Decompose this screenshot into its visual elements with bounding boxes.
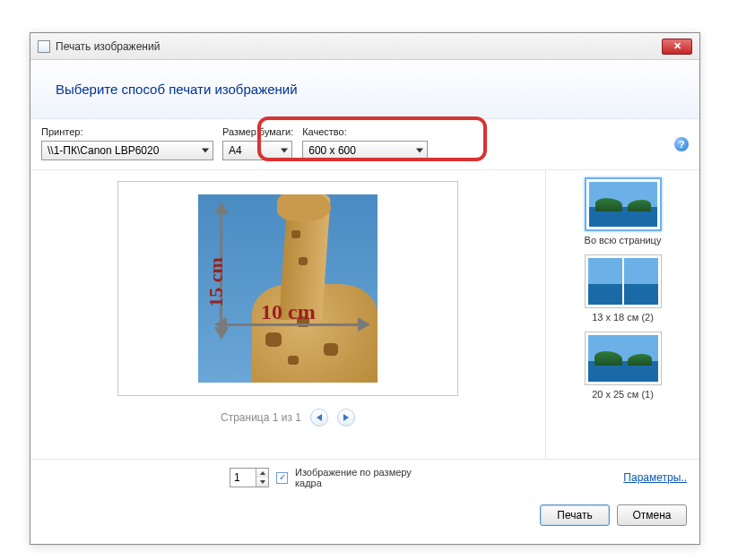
header-prompt: Выберите способ печати изображений (56, 82, 674, 97)
printer-group: Принтер: \\1-ПК\Canon LBP6020 (41, 126, 213, 160)
dimension-horizontal: 10 cm (216, 311, 369, 338)
page-navigation: Страница 1 из 1 (221, 409, 355, 426)
app-icon (38, 40, 50, 53)
layout-label: Во всю страницу (553, 235, 692, 246)
next-page-button[interactable] (337, 409, 355, 426)
paper-group: Размер бумаги: A4 (222, 126, 293, 160)
header: Выберите способ печати изображений (30, 60, 699, 119)
layout-thumb (585, 332, 662, 385)
copies-down[interactable] (256, 478, 268, 487)
body: 15 cm 10 cm Страница 1 из 1 Во всю стран… (30, 170, 699, 459)
layout-item-13x18[interactable]: 13 x 18 см (2) (553, 254, 692, 323)
layout-label: 20 x 25 см (1) (553, 389, 692, 400)
layout-thumb (585, 177, 662, 231)
printer-label: Принтер: (41, 126, 213, 137)
quality-combo[interactable]: 600 x 600 (302, 141, 428, 160)
print-button[interactable]: Печать (540, 504, 610, 526)
quality-label: Качество: (302, 126, 428, 137)
dimension-vertical-text: 15 cm (204, 257, 228, 307)
parameters-link[interactable]: Параметры.. (623, 471, 687, 484)
window-title: Печать изображений (56, 40, 160, 53)
printer-value: \\1-ПК\Canon LBP6020 (48, 144, 159, 157)
layout-item-full[interactable]: Во всю страницу (553, 177, 692, 246)
preview-pane: 15 cm 10 cm Страница 1 из 1 (30, 170, 545, 459)
close-button[interactable]: ✕ (662, 39, 692, 55)
quality-value: 600 x 600 (308, 144, 356, 157)
help-icon: ? (679, 139, 685, 150)
preview-frame: 15 cm 10 cm (117, 181, 458, 396)
preview-image: 15 cm 10 cm (198, 194, 378, 383)
layout-thumb (585, 254, 662, 308)
layout-list[interactable]: Во всю страницу 13 x 18 см (2) 20 x 25 с… (545, 170, 699, 459)
paper-label: Размер бумаги: (222, 126, 293, 137)
close-icon: ✕ (673, 40, 681, 52)
giraffe-head (277, 194, 331, 221)
cancel-button[interactable]: Отмена (617, 504, 687, 526)
fit-checkbox[interactable] (276, 472, 288, 484)
titlebar: Печать изображений ✕ (30, 33, 699, 60)
triangle-right-icon (343, 414, 349, 421)
copies-stepper[interactable] (230, 468, 269, 487)
layout-label: 13 x 18 см (2) (553, 312, 692, 323)
printer-combo[interactable]: \\1-ПК\Canon LBP6020 (41, 141, 213, 160)
copies-up[interactable] (256, 469, 268, 478)
triangle-left-icon (317, 414, 322, 421)
chevron-down-icon (416, 149, 423, 153)
fit-label: Изображение по размеру кадра (295, 467, 412, 488)
print-dialog: Печать изображений ✕ Выберите способ печ… (30, 32, 700, 545)
copies-input[interactable] (230, 469, 256, 487)
dimension-horizontal-text: 10 cm (261, 300, 316, 324)
chevron-down-icon (281, 149, 288, 153)
footer-row: Изображение по размеру кадра Параметры.. (30, 459, 699, 495)
chevron-down-icon (202, 149, 209, 153)
help-button[interactable]: ? (674, 137, 689, 151)
paper-size-combo[interactable]: A4 (222, 141, 292, 160)
layout-item-20x25[interactable]: 20 x 25 см (1) (553, 332, 692, 400)
paper-value: A4 (229, 144, 242, 157)
quality-group: Качество: 600 x 600 (302, 126, 428, 160)
options-row: Принтер: \\1-ПК\Canon LBP6020 Размер бум… (30, 119, 699, 170)
page-status: Страница 1 из 1 (221, 411, 301, 424)
action-row: Печать Отмена (30, 495, 699, 538)
prev-page-button[interactable] (310, 409, 328, 426)
